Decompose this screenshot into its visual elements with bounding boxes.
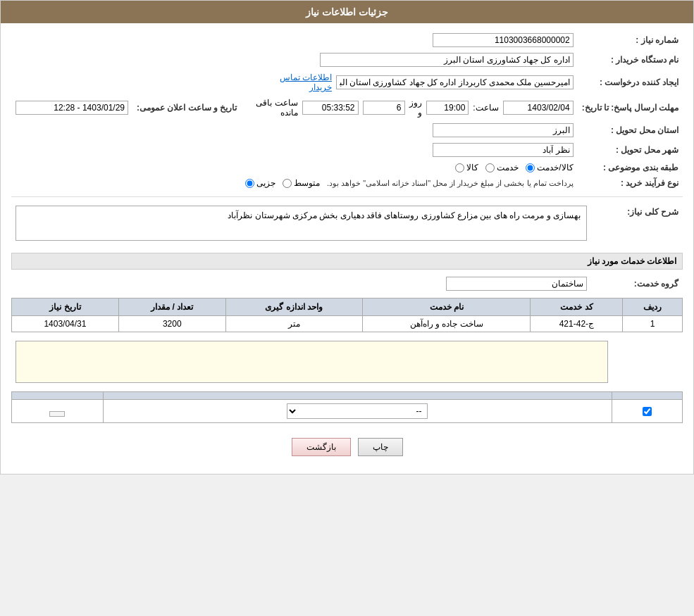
cell-quantity: 3200 <box>118 316 225 332</box>
date-input[interactable] <box>503 101 574 115</box>
remaining-label: ساعت باقی مانده <box>255 98 297 118</box>
days-input[interactable] <box>363 101 405 115</box>
buyer-org-input[interactable] <box>320 53 574 67</box>
process-label: نوع فرآیند خرید : <box>578 175 683 191</box>
description-textarea[interactable]: بهسازی و مرمت راه های بین مزارع کشاورزی … <box>16 206 587 241</box>
time-label: ساعت: <box>473 103 498 113</box>
remaining-input[interactable] <box>302 101 359 115</box>
city-input[interactable] <box>433 143 574 157</box>
deadline-label: مهلت ارسال پاسخ: تا تاریخ: <box>578 95 683 120</box>
time-input[interactable] <box>426 101 469 115</box>
radio-goods-service[interactable]: کالا/خدمت <box>526 163 573 172</box>
back-button[interactable]: بازگشت <box>292 438 351 456</box>
description-label: شرح کلی نیاز: <box>591 203 683 246</box>
radio-service[interactable]: خدمت <box>485 163 519 172</box>
radio-goods-label: کالا <box>466 163 478 172</box>
col-details <box>12 392 104 400</box>
day-label: روز و <box>409 98 423 118</box>
announce-input[interactable] <box>16 101 128 115</box>
col-status <box>103 392 612 400</box>
service-group-label: گروه خدمت: <box>591 274 683 294</box>
cell-row-num: 1 <box>623 316 683 332</box>
radio-partial[interactable]: جزیی <box>245 178 275 188</box>
buyer-org-label: نام دستگاه خریدار : <box>578 50 683 70</box>
creator-label: ایجاد کننده درخواست : <box>578 70 683 95</box>
radio-medium[interactable]: متوسط <box>283 178 320 188</box>
category-label: طبقه بندی موضوعی : <box>578 160 683 175</box>
process-note: پرداخت تمام یا بخشی از مبلغ خریدار از مح… <box>327 179 574 188</box>
radio-goods-service-label: کالا/خدمت <box>537 163 573 172</box>
col-service-name: نام خدمت <box>363 298 531 316</box>
service-group-input[interactable] <box>446 277 587 291</box>
radio-service-label: خدمت <box>497 163 519 172</box>
col-mandatory <box>612 392 683 400</box>
need-number-input[interactable] <box>433 33 574 47</box>
cell-unit: متر <box>225 316 362 332</box>
cell-date: 1403/04/31 <box>12 316 119 332</box>
need-number-label: شماره نیاز : <box>578 30 683 50</box>
buyer-notes-content <box>16 341 608 383</box>
print-button[interactable]: چاپ <box>358 438 403 456</box>
col-date: تاریخ نیاز <box>12 298 119 316</box>
col-service-code: کد خدمت <box>531 298 623 316</box>
col-unit: واحد اندازه گیری <box>225 298 362 316</box>
radio-partial-label: جزیی <box>256 178 275 188</box>
col-row-num: ردیف <box>623 298 683 316</box>
buyer-notes-label <box>612 338 683 386</box>
page-title: جزئیات اطلاعات نیاز <box>1 1 693 23</box>
status-select[interactable]: -- <box>287 403 428 419</box>
province-label: استان محل تحویل : <box>578 120 683 140</box>
creator-input[interactable] <box>336 75 574 89</box>
province-input[interactable] <box>433 123 574 137</box>
city-label: شهر محل تحویل : <box>578 140 683 160</box>
view-license-button[interactable] <box>49 411 65 417</box>
license-row: -- <box>12 400 683 423</box>
cell-service-name: ساخت جاده و راه‌آهن <box>363 316 531 332</box>
services-section-title: اطلاعات خدمات مورد نیاز <box>11 253 683 270</box>
col-quantity: تعداد / مقدار <box>118 298 225 316</box>
table-row: 1 ج-42-421 ساخت جاده و راه‌آهن متر 3200 … <box>12 316 683 332</box>
announce-label: تاریخ و ساعت اعلان عمومی: <box>132 95 251 120</box>
radio-medium-label: متوسط <box>294 178 320 188</box>
contact-link[interactable]: اطلاعات تماس خریدار <box>255 73 332 92</box>
mandatory-checkbox[interactable] <box>643 407 652 416</box>
radio-goods[interactable]: کالا <box>455 163 478 172</box>
cell-service-code: ج-42-421 <box>531 316 623 332</box>
